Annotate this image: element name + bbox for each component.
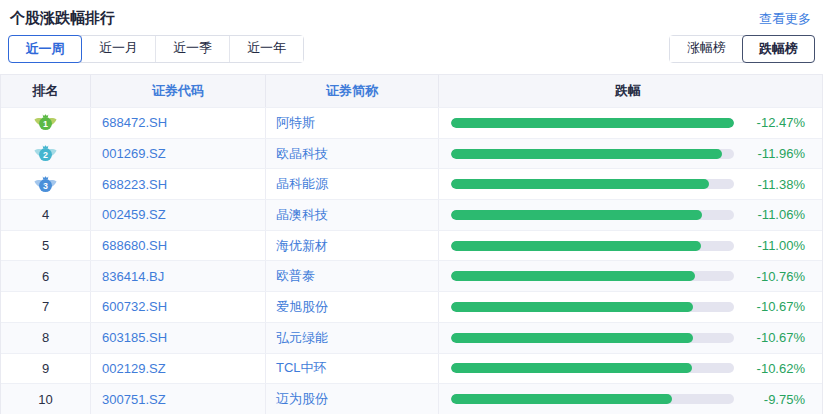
change-bar-track xyxy=(451,179,734,189)
stock-name[interactable]: 海优新材 xyxy=(265,231,438,261)
rank-number: 8 xyxy=(42,330,49,345)
change-percent: -11.00% xyxy=(745,238,805,253)
change-bar-track xyxy=(451,241,734,251)
change-bar-fill xyxy=(451,363,692,373)
table-row[interactable]: 8 603185.SH 弘元绿能 -10.67% xyxy=(1,322,822,353)
change-bar-track xyxy=(451,149,734,159)
table-body: 1 688472.SH 阿特斯 -12.47% 2 001269.SZ 欧晶科技… xyxy=(1,107,822,414)
change-cell: -11.38% xyxy=(438,169,822,199)
stock-code[interactable]: 600732.SH xyxy=(90,292,265,322)
change-bar-track xyxy=(451,210,734,220)
header-name: 证券简称 xyxy=(265,75,438,107)
change-percent: -11.38% xyxy=(745,177,805,192)
table-row[interactable]: 7 600732.SH 爱旭股份 -10.67% xyxy=(1,291,822,322)
table-header-row: 排名 证券代码 证券简称 跌幅 xyxy=(1,75,822,107)
stock-name[interactable]: 欧普泰 xyxy=(265,261,438,291)
change-bar-track xyxy=(451,118,734,128)
change-cell: -10.76% xyxy=(438,261,822,291)
header-change: 跌幅 xyxy=(438,75,822,107)
stock-code[interactable]: 688472.SH xyxy=(90,108,265,138)
toggle-losers[interactable]: 跌幅榜 xyxy=(742,35,815,63)
period-tab-group: 近一周 近一月 近一季 近一年 xyxy=(8,35,304,63)
rank-cell: 1 xyxy=(1,108,90,138)
change-bar-fill xyxy=(451,271,695,281)
change-bar-track xyxy=(451,302,734,312)
rank-cell: 7 xyxy=(1,292,90,322)
stock-name[interactable]: 欧晶科技 xyxy=(265,139,438,169)
tab-last-year[interactable]: 近一年 xyxy=(229,36,303,62)
change-bar-fill xyxy=(451,333,693,343)
rank-cell: 5 xyxy=(1,231,90,261)
table-row[interactable]: 2 001269.SZ 欧晶科技 -11.96% xyxy=(1,138,822,169)
tab-last-quarter[interactable]: 近一季 xyxy=(155,36,229,62)
change-percent: -9.75% xyxy=(745,392,805,407)
table-row[interactable]: 9 002129.SZ TCL中环 -10.62% xyxy=(1,353,822,384)
change-cell: -11.00% xyxy=(438,231,822,261)
rank-number: 5 xyxy=(42,238,49,253)
rank-cell: 9 xyxy=(1,354,90,384)
rank-cell: 3 xyxy=(1,169,90,199)
stock-code[interactable]: 002129.SZ xyxy=(90,354,265,384)
change-cell: -10.62% xyxy=(438,354,822,384)
change-bar-fill xyxy=(451,179,709,189)
change-percent: -10.76% xyxy=(745,269,805,284)
change-bar-fill xyxy=(451,210,702,220)
svg-text:3: 3 xyxy=(43,180,48,190)
view-more-link[interactable]: 查看更多 xyxy=(759,10,811,28)
toggle-gainers[interactable]: 涨幅榜 xyxy=(670,36,743,62)
stock-name[interactable]: 弘元绿能 xyxy=(265,323,438,353)
change-bar-track xyxy=(451,363,734,373)
rank-number: 7 xyxy=(42,299,49,314)
stock-code[interactable]: 300751.SZ xyxy=(90,384,265,414)
change-bar-fill xyxy=(451,302,693,312)
change-percent: -10.62% xyxy=(745,361,805,376)
stock-code[interactable]: 603185.SH xyxy=(90,323,265,353)
stock-code[interactable]: 688680.SH xyxy=(90,231,265,261)
change-bar-track xyxy=(451,333,734,343)
change-percent: -10.67% xyxy=(745,330,805,345)
tab-last-month[interactable]: 近一月 xyxy=(81,36,155,62)
tab-last-week[interactable]: 近一周 xyxy=(8,35,82,63)
table-row[interactable]: 3 688223.SH 晶科能源 -11.38% xyxy=(1,168,822,199)
table-row[interactable]: 1 688472.SH 阿特斯 -12.47% xyxy=(1,107,822,138)
stock-code[interactable]: 002459.SZ xyxy=(90,200,265,230)
change-cell: -10.67% xyxy=(438,292,822,322)
table-row[interactable]: 4 002459.SZ 晶澳科技 -11.06% xyxy=(1,199,822,230)
stock-name[interactable]: 晶科能源 xyxy=(265,169,438,199)
page-title: 个股涨跌幅排行 xyxy=(10,9,115,28)
change-bar-track xyxy=(451,271,734,281)
rank-cell: 10 xyxy=(1,384,90,414)
rank-number: 6 xyxy=(42,269,49,284)
rank-cell: 2 xyxy=(1,139,90,169)
rank-number: 9 xyxy=(42,361,49,376)
change-percent: -10.67% xyxy=(745,299,805,314)
change-bar-fill xyxy=(451,394,672,404)
change-percent: -11.96% xyxy=(745,146,805,161)
rank-medal-icon: 2 xyxy=(34,144,57,163)
rank-cell: 6 xyxy=(1,261,90,291)
rank-number: 4 xyxy=(42,207,49,222)
header-rank: 排名 xyxy=(1,75,90,107)
ranking-table: 排名 证券代码 证券简称 跌幅 1 688472.SH 阿特斯 -12.47% … xyxy=(0,74,823,414)
stock-name[interactable]: 迈为股份 xyxy=(265,384,438,414)
stock-name[interactable]: 爱旭股份 xyxy=(265,292,438,322)
stock-code[interactable]: 836414.BJ xyxy=(90,261,265,291)
rank-medal-icon: 3 xyxy=(34,175,57,194)
table-row[interactable]: 5 688680.SH 海优新材 -11.00% xyxy=(1,230,822,261)
table-row[interactable]: 6 836414.BJ 欧普泰 -10.76% xyxy=(1,260,822,291)
rank-number: 10 xyxy=(38,392,52,407)
change-percent: -12.47% xyxy=(745,115,805,130)
widget-header: 个股涨跌幅排行 查看更多 xyxy=(0,0,823,31)
stock-name[interactable]: 阿特斯 xyxy=(265,108,438,138)
svg-text:2: 2 xyxy=(43,150,48,160)
change-cell: -11.96% xyxy=(438,139,822,169)
stock-name[interactable]: 晶澳科技 xyxy=(265,200,438,230)
rank-cell: 8 xyxy=(1,323,90,353)
change-bar-fill xyxy=(451,149,722,159)
controls-row: 近一周 近一月 近一季 近一年 涨幅榜 跌幅榜 xyxy=(0,31,823,74)
stock-code[interactable]: 688223.SH xyxy=(90,169,265,199)
stock-code[interactable]: 001269.SZ xyxy=(90,139,265,169)
change-bar-track xyxy=(451,394,734,404)
table-row[interactable]: 10 300751.SZ 迈为股份 -9.75% xyxy=(1,383,822,414)
stock-name[interactable]: TCL中环 xyxy=(265,354,438,384)
